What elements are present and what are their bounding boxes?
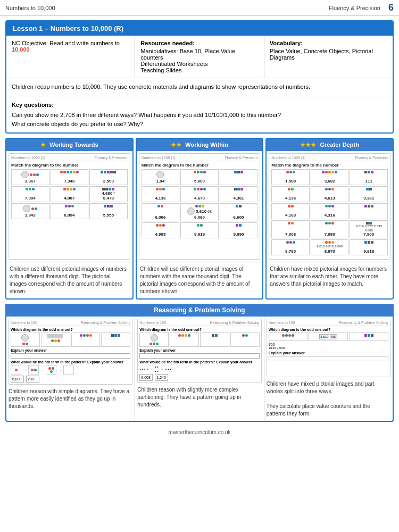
ws-header: Numbers to 1000 (1) Fluency & Precision (142, 156, 258, 161)
key-questions-label: Key questions: (12, 101, 387, 110)
depth-title: ★★★ Greater Depth (267, 139, 393, 151)
ws-cell: 111 (350, 169, 388, 185)
reasoning-desc-within: Children reason with slightly more compl… (137, 385, 261, 410)
reasoning-cols: Numbers to 100 Reasoning & Problem Solvi… (5, 317, 394, 422)
lesson-questions: Key questions: Can you show me 2,708 in … (6, 96, 393, 133)
within-worksheet: Numbers to 1000 (1) Fluency & Precision … (139, 153, 261, 260)
reasoning-desc-towards: Children reason with simple diagrams. Th… (9, 387, 132, 411)
header-title: Numbers to 10,000 (5, 5, 55, 11)
lesson-vocabulary-cell: Vocabulary: Place Value, Concrete Object… (264, 36, 393, 78)
ws-cell: 9,919 (180, 222, 219, 238)
ws-cell: 1,943 (11, 203, 49, 219)
reasoning-col-within: Numbers to 100 Reasoning & Problem Solvi… (135, 317, 264, 421)
differentiation-section: ★ Working Towards Numbers to 1000 (1) Fl… (5, 138, 394, 300)
ws-cell: 5,000 (180, 169, 219, 185)
towards-description: Children use different pictorial images … (6, 262, 132, 298)
reasoning-title: Reasoning & Problem Solving (5, 304, 394, 317)
lesson-resources-cell: Resources needed: Manipulatives: Base 10… (135, 36, 264, 78)
resources-text: Manipulatives: Base 10, Place Value coun… (140, 48, 258, 73)
ws-cell: 7,080 (311, 220, 349, 238)
header-right: Fluency & Precision 6 (329, 2, 394, 13)
lesson-box: Lesson 1 – Numbers to 10,000 (R) NC Obje… (5, 20, 394, 134)
within-stars: ★★ (171, 142, 181, 148)
ws-cell: 4,163 (271, 203, 310, 219)
ws-cell: 4,007 (51, 186, 89, 202)
depth-label: Greater Depth (320, 142, 359, 148)
ws-title: Match the diagram to the number (142, 163, 258, 168)
avatar (156, 171, 164, 178)
ws-cell: 9,0189,8109,090 8,870 (311, 239, 349, 255)
diff-within-col: ★★ Working Within Numbers to 1000 (1) Fl… (136, 138, 264, 300)
depth-description: Children have mixed pictorial images for… (267, 262, 393, 291)
ws-cell: 4,999 (142, 222, 180, 238)
avatar (187, 207, 195, 215)
ws-cell: 5,610 68 6,060 (180, 203, 219, 221)
main-content: Lesson 1 – Numbers to 10,000 (R) NC Obje… (0, 16, 399, 443)
ws-cell: 7,346 (51, 169, 89, 185)
reasoning-col-towards: Numbers to 100 Reasoning & Problem Solvi… (6, 317, 135, 421)
depth-worksheet: Numbers to 1000 (1) Fluency & Precision … (269, 153, 390, 260)
page-header: Numbers to 10,000 Fluency & Precision 6 (0, 0, 399, 16)
page-footer: masterthecurriculum.co.uk (5, 426, 394, 438)
ws-cell (350, 203, 388, 219)
ws-cell: 1,580 (271, 169, 310, 185)
lesson-info: NC Objective: Read and write numbers to … (6, 36, 393, 78)
ws-cell: 6,600 (220, 203, 258, 221)
vocabulary-label: Vocabulary: (270, 40, 387, 46)
diff-depth-col: ★★★ Greater Depth Numbers to 1000 (1) Fl… (265, 138, 394, 300)
towards-title: ★ Working Towards (6, 139, 132, 151)
lesson-description: Children recap numbers to 10,000. They u… (6, 78, 393, 96)
ws-title: Match the diagram to the number (271, 163, 388, 168)
ws-cell: 4,670 (180, 186, 219, 202)
reasoning-desc-depth: Children have mixed pictorial images and… (267, 379, 390, 419)
ws-cell: 6,006 (142, 203, 180, 221)
ws-grid: 1,580 3,682 111 4,136 (271, 169, 388, 255)
ws-cell: 1,94 (142, 169, 180, 185)
footer-url: masterthecurriculum.co.uk (168, 429, 230, 435)
header-section: Fluency & Precision (329, 5, 380, 11)
nc-objective-highlight: 10,000 (12, 46, 30, 53)
ws-cell: 4,316 (311, 203, 349, 219)
ws-cell (220, 169, 258, 185)
ws-header: Numbers to 1000 (1) Fluency & Precision (11, 156, 128, 161)
ws-cell: 4,680 7 8,478 (89, 186, 128, 202)
page-number: 6 (388, 2, 394, 13)
lesson-objective-cell: NC Objective: Read and write numbers to … (6, 36, 135, 78)
ws-cell: 2,500 (89, 169, 128, 185)
reasoning-section: Reasoning & Problem Solving Numbers to 1… (5, 304, 394, 422)
nc-objective-label: NC Objective: Read and write numbers to (12, 40, 120, 46)
ws-cell: 3,367 (11, 169, 49, 185)
ws-cell: 0,094 (51, 203, 89, 219)
towards-stars: ★ (40, 142, 46, 148)
ws-grid: 1,94 5,000 4,136 (142, 169, 258, 238)
within-title: ★★ Working Within (137, 139, 263, 151)
ws-cell: 7,004 (11, 186, 49, 202)
reasoning-worksheet-depth: Numbers to 100 Reasoning & Problem Solvi… (267, 319, 390, 377)
vocabulary-text: Place Value, Concrete Objects, Pictorial… (270, 48, 387, 61)
resources-label: Resources needed: (140, 40, 258, 46)
ws-cell: 4,136 (271, 186, 310, 202)
reasoning-worksheet-towards: Numbers to 100 Reasoning & Problem Solvi… (9, 319, 132, 385)
ws-cell: 4,613 (311, 186, 349, 202)
ws-cell: 4,361 (220, 186, 258, 202)
ws-cell: 9,990 (220, 222, 258, 238)
ws-header: Numbers to 1000 (1) Fluency & Precision (271, 156, 388, 161)
reasoning-col-depth: Numbers to 100 Reasoning & Problem Solvi… (264, 317, 393, 421)
ws-grid: 3,367 7,346 2,500 (11, 169, 128, 219)
ws-cell: 4,136 (142, 186, 180, 202)
avatar (21, 171, 29, 178)
towards-worksheet: Numbers to 1000 (1) Fluency & Precision … (9, 153, 130, 260)
key-questions-text: Can you show me 2,708 in three different… (12, 111, 387, 128)
within-label: Working Within (185, 142, 228, 148)
ws-cell: 7,008 (271, 220, 310, 238)
towards-label: Working Towards (49, 142, 98, 148)
lesson-title: Lesson 1 – Numbers to 10,000 (R) (6, 21, 393, 36)
ws-cell: 3,5103,5??2,5304,000 7,800 (350, 220, 388, 238)
within-description: Children will use different pictorial im… (137, 262, 263, 298)
ws-cell: 9,361 (350, 186, 388, 202)
depth-stars: ★★★ (300, 142, 316, 148)
diff-towards-col: ★ Working Towards Numbers to 1000 (1) Fl… (5, 138, 134, 300)
ws-cell: 5,555 (89, 203, 128, 219)
reasoning-worksheet-within: Numbers to 100 Reasoning & Problem Solvi… (137, 319, 261, 383)
ws-cell: 9,818 (350, 239, 388, 255)
